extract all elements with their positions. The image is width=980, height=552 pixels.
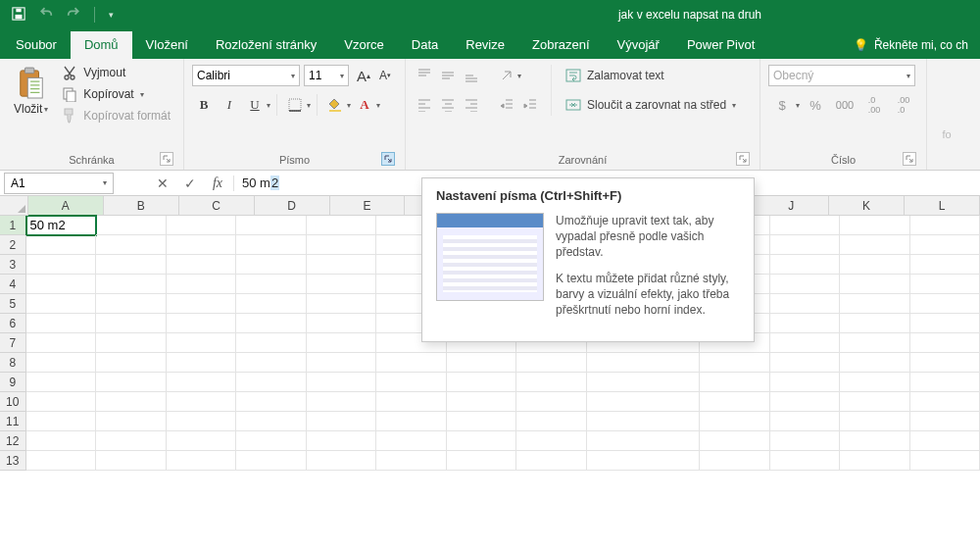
tab-home[interactable]: Domů	[71, 31, 132, 59]
cell[interactable]	[167, 314, 237, 333]
row-header[interactable]: 7	[0, 333, 26, 353]
cell[interactable]	[26, 294, 97, 314]
column-header[interactable]: B	[104, 196, 179, 216]
column-header[interactable]: L	[905, 196, 980, 216]
cell[interactable]	[167, 353, 237, 373]
cell[interactable]	[236, 353, 307, 373]
cell[interactable]: 50 m2	[26, 216, 97, 235]
cell[interactable]	[96, 412, 167, 431]
merge-center-button[interactable]: Sloučit a zarovnat na střed▾	[562, 94, 740, 116]
cell[interactable]	[167, 412, 237, 431]
clipboard-launcher-icon[interactable]	[160, 152, 173, 166]
cell[interactable]	[236, 373, 307, 392]
cell[interactable]	[376, 451, 447, 471]
cell[interactable]	[26, 275, 97, 294]
row-header[interactable]: 11	[0, 412, 26, 431]
decrease-indent-button[interactable]	[496, 94, 517, 116]
cell[interactable]	[96, 255, 167, 275]
cell[interactable]	[376, 392, 447, 412]
cell[interactable]	[307, 412, 377, 431]
cell[interactable]	[307, 235, 377, 255]
column-header[interactable]: J	[754, 196, 829, 216]
cell[interactable]	[840, 353, 910, 373]
cell[interactable]	[26, 431, 97, 451]
cell[interactable]	[910, 235, 980, 255]
cell[interactable]	[96, 392, 167, 412]
cell[interactable]	[376, 373, 447, 392]
cell[interactable]	[840, 235, 910, 255]
shrink-font-button[interactable]: A▾	[374, 65, 396, 86]
align-center-button[interactable]	[437, 94, 459, 116]
chevron-down-icon[interactable]: ▾	[347, 101, 351, 110]
row-header[interactable]: 10	[0, 392, 26, 412]
cell[interactable]	[700, 431, 770, 451]
cell[interactable]	[96, 235, 167, 255]
font-launcher-icon[interactable]	[381, 152, 395, 166]
cell[interactable]	[770, 373, 841, 392]
cell[interactable]	[167, 333, 237, 353]
cell[interactable]	[910, 373, 980, 392]
grow-font-button[interactable]: A▴	[353, 65, 374, 86]
alignment-launcher-icon[interactable]	[736, 152, 750, 166]
cell[interactable]	[236, 333, 307, 353]
chevron-down-icon[interactable]: ▾	[376, 101, 380, 110]
chevron-down-icon[interactable]: ▾	[517, 72, 521, 80]
cell[interactable]	[447, 392, 517, 412]
cell[interactable]	[167, 255, 237, 275]
cell[interactable]	[447, 412, 517, 431]
column-header[interactable]: D	[255, 196, 330, 216]
cell[interactable]	[236, 235, 307, 255]
italic-button[interactable]: I	[218, 94, 241, 116]
wrap-text-button[interactable]: Zalamovat text	[562, 65, 740, 86]
cell[interactable]	[26, 255, 97, 275]
comma-format-button[interactable]: 000	[831, 94, 858, 116]
cell[interactable]	[770, 431, 841, 451]
tab-review[interactable]: Revize	[452, 31, 518, 59]
cell[interactable]	[516, 412, 587, 431]
fill-color-button[interactable]	[323, 94, 347, 116]
cell[interactable]	[910, 275, 980, 294]
cell[interactable]	[167, 373, 237, 392]
cell[interactable]	[96, 294, 167, 314]
column-header[interactable]: A	[28, 196, 104, 216]
tab-developer[interactable]: Vývojář	[604, 31, 673, 59]
cell[interactable]	[770, 412, 841, 431]
row-header[interactable]: 4	[0, 275, 26, 294]
cell[interactable]	[840, 255, 910, 275]
cell[interactable]	[840, 412, 910, 431]
cell[interactable]	[26, 353, 97, 373]
cell[interactable]	[587, 392, 701, 412]
number-format-combo[interactable]: Obecný▾	[768, 65, 915, 86]
cell[interactable]	[307, 373, 377, 392]
percent-format-button[interactable]: %	[802, 94, 829, 116]
cell[interactable]	[700, 412, 770, 431]
cell[interactable]	[236, 314, 307, 333]
cell[interactable]	[910, 314, 980, 333]
align-left-button[interactable]	[414, 94, 435, 116]
cell[interactable]	[236, 255, 307, 275]
copy-button[interactable]: Kopírovat▾	[62, 86, 171, 102]
cell[interactable]	[770, 314, 841, 333]
cell[interactable]	[770, 294, 841, 314]
cell[interactable]	[840, 373, 910, 392]
cell[interactable]	[700, 451, 770, 471]
font-name-combo[interactable]: Calibri▾	[192, 65, 300, 86]
cell[interactable]	[840, 275, 910, 294]
undo-icon[interactable]	[39, 7, 53, 23]
cell[interactable]	[770, 235, 841, 255]
cell[interactable]	[307, 431, 377, 451]
tab-page-layout[interactable]: Rozložení stránky	[202, 31, 330, 59]
font-color-button[interactable]: A	[353, 94, 376, 116]
tab-view[interactable]: Zobrazení	[518, 31, 604, 59]
cell[interactable]	[236, 216, 307, 235]
cell[interactable]	[910, 255, 980, 275]
cell[interactable]	[770, 392, 841, 412]
cell[interactable]	[840, 314, 910, 333]
cell[interactable]	[587, 451, 701, 471]
row-header[interactable]: 1	[0, 216, 26, 235]
cut-button[interactable]: Vyjmout	[62, 65, 171, 80]
cell[interactable]	[167, 294, 237, 314]
increase-indent-button[interactable]	[519, 94, 541, 116]
cell[interactable]	[236, 294, 307, 314]
cell[interactable]	[840, 294, 910, 314]
